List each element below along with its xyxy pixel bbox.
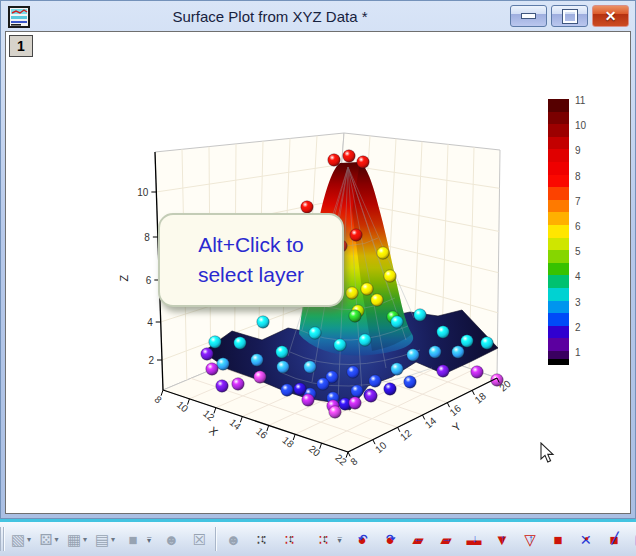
layer-1-badge[interactable]: 1	[9, 35, 33, 57]
tooltip-line-1: Alt+Click to	[198, 230, 304, 260]
perspective-button[interactable]: ■╱	[601, 526, 627, 552]
shift-up-icon-overlay: ↑	[500, 532, 506, 543]
bottom-toolbar: ▧▾⚄▾▦▾▤▾■– ▾☻☒☻∷↕∷↕∷↕– ▾●↶●↷▰←▰→▬↓▼↑▽↑■×…	[0, 519, 636, 556]
colorbar-band	[548, 124, 569, 137]
rotate-ccw-icon-overlay: ↶	[358, 532, 367, 543]
colorbar-band	[548, 313, 569, 326]
colorbar-tick-label: 4	[575, 271, 581, 282]
fit-frame-icon-overlay: ▪	[585, 532, 589, 543]
plot-toolbar-overflow[interactable]: – ▾	[147, 527, 151, 551]
3d-walls-plot-icon: ▤	[95, 532, 109, 547]
colorbar-band	[548, 212, 569, 225]
colorbar-band	[548, 301, 569, 314]
tilt-right-icon-overlay: →	[441, 532, 452, 543]
colorbar-tick-label: 10	[575, 120, 586, 131]
move-data-points-button[interactable]: ∷↕	[248, 526, 274, 552]
edit-data-points-button[interactable]: ∷↕	[310, 526, 336, 552]
decrease-perspective-icon: ■	[553, 532, 562, 547]
clipped-toolbar-button	[0, 527, 1, 551]
colorbar-band	[548, 200, 569, 213]
colorbar-band	[548, 149, 569, 162]
3d-bar-plot-icon: ▦	[67, 532, 81, 547]
dropdown-arrow-icon: ▾	[111, 535, 115, 544]
colorbar-band	[548, 250, 569, 263]
toolbar-separator	[3, 527, 5, 551]
graph-window-icon	[8, 6, 30, 28]
rotate-cw-icon-overlay: ↷	[386, 532, 395, 543]
rotate-ccw-button[interactable]: ●↶	[349, 526, 375, 552]
close-icon: ✕	[605, 9, 617, 23]
colorbar-band	[548, 326, 569, 339]
colorbar-tick-label: 9	[575, 145, 581, 156]
colorbar-band	[548, 137, 569, 150]
tilt-left-icon-overlay: ←	[413, 532, 424, 543]
rotate-cw-button[interactable]: ●↷	[377, 526, 403, 552]
shift-down-button[interactable]: ▬↓	[461, 526, 487, 552]
maximize-icon	[563, 10, 577, 23]
3d-walls-plot-button: ▤▾	[92, 526, 118, 552]
shift-down-icon-overlay: ↓	[472, 532, 478, 543]
colorbar-band	[548, 288, 569, 301]
increase-perspective-button[interactable]: ▽↑	[517, 526, 543, 552]
tooltip-line-2: select layer	[198, 260, 304, 290]
perspective-icon-overlay: ╱	[612, 532, 619, 543]
mask-point-button: ☻	[220, 526, 246, 552]
colorbar-band	[548, 351, 569, 359]
colorbar-band	[548, 359, 569, 365]
app-screen: Surface Plot from XYZ Data * ✕ 1	[0, 0, 636, 556]
colorbar-band	[548, 99, 569, 112]
close-button[interactable]: ✕	[592, 5, 629, 27]
dropdown-arrow-icon: ▾	[27, 535, 31, 544]
increase-perspective-icon-overlay: ↑	[528, 532, 534, 543]
3d-colormap-surface-icon: ▧	[11, 532, 25, 547]
titlebar[interactable]: Surface Plot from XYZ Data * ✕	[5, 3, 631, 31]
colorbar-tick-label: 3	[575, 297, 581, 308]
dropdown-arrow-icon: ▾	[83, 535, 87, 544]
shift-up-button[interactable]: ▼↑	[489, 526, 515, 552]
color-scale[interactable]: 1110987654321	[548, 99, 608, 365]
mouse-cursor	[540, 442, 555, 464]
fit-frame-button[interactable]: ×▪	[573, 526, 599, 552]
image-plot-button: ■	[120, 526, 146, 552]
colorbar-band	[548, 338, 569, 351]
colorbar-band	[548, 225, 569, 238]
colorbar-tick-label: 5	[575, 246, 581, 257]
decrease-perspective-button[interactable]: ■	[545, 526, 571, 552]
remove-bad-points-button[interactable]: ∷↕	[276, 526, 302, 552]
window-title: Surface Plot from XYZ Data *	[39, 8, 501, 25]
3d-bar-plot-button: ▦▾	[64, 526, 90, 552]
minimize-button[interactable]	[510, 5, 547, 27]
unmask-range-button: ☒	[186, 526, 212, 552]
colorbar-band	[548, 162, 569, 175]
mask-range-icon: ☻	[164, 532, 180, 547]
reset-rotation-button[interactable]: ▢▪	[629, 526, 636, 552]
colorbar-band	[548, 263, 569, 276]
colorbar-band	[548, 275, 569, 288]
minimize-icon	[521, 13, 536, 19]
color-scale-bar	[548, 99, 569, 365]
move-data-points-icon-overlay: ↕	[260, 532, 266, 543]
remove-bad-points-icon-overlay: ↕	[288, 532, 294, 543]
colorbar-tick-label: 6	[575, 221, 581, 232]
colorbar-band	[548, 187, 569, 200]
colorbar-tick-label: 11	[575, 95, 585, 106]
tilt-right-button[interactable]: ▰→	[433, 526, 459, 552]
colorbar-band	[548, 238, 569, 251]
3d-colormap-surface-button: ▧▾	[8, 526, 34, 552]
3d-wireframe-surface-button: ⚄▾	[36, 526, 62, 552]
colorbar-tick-label: 7	[575, 196, 581, 207]
colorbar-tick-label: 2	[575, 322, 581, 333]
toolbar-separator	[215, 527, 217, 551]
edit-data-points-icon-overlay: ↕	[322, 532, 328, 543]
colorbar-tick-label: 1	[575, 347, 581, 358]
colorbar-band	[548, 112, 569, 125]
tilt-left-button[interactable]: ▰←	[405, 526, 431, 552]
dropdown-arrow-icon: ▾	[55, 535, 59, 544]
colorbar-band	[548, 175, 569, 188]
mask-toolbar-overflow[interactable]: – ▾	[337, 527, 341, 551]
layer-hint-tooltip: Alt+Click to select layer	[158, 213, 344, 307]
color-scale-labels: 1110987654321	[575, 99, 605, 365]
maximize-button[interactable]	[551, 5, 588, 27]
unmask-range-icon: ☒	[193, 532, 206, 547]
image-plot-icon: ■	[128, 532, 137, 547]
